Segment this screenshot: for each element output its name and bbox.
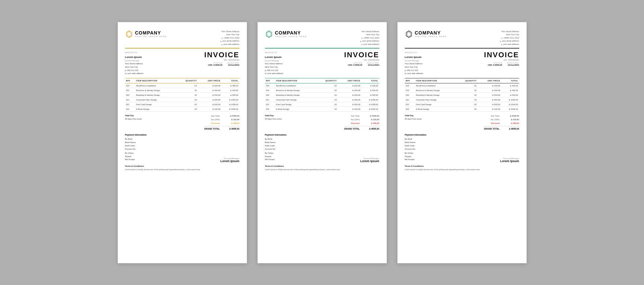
subtotal-row: Sub Total: & 4000,00 [344,114,379,118]
col-desc: ITEM DESCRIPTION [135,78,177,83]
invoice-to-city: Here Your City [125,66,144,69]
company-tagline: TAGLINE SPACE HERE [415,35,447,38]
col-total: TOTAL [221,78,239,83]
item-desc: Post Card Design [415,102,457,107]
invoice-to-block: INVOICE TO Lorem Ipsum Account Manager Y… [405,51,423,75]
invoice-to-block: INVOICE TO Lorem Ipsum Account Manager Y… [125,51,144,75]
grand-total-value: & 6655,00 [226,127,239,131]
tax-value: & 315,00 [226,118,239,122]
col-qty: QUANTITY [176,78,198,83]
addr-phone: +0000 1111 2222 [224,37,239,40]
subtotal-label: Sub Total: [351,114,360,118]
col-qty: QUANTITY [316,78,338,83]
invoice-info-row: INVOICE TO Lorem Ipsum Account Manager Y… [265,51,379,75]
invoice-date-block: Invoice Date: 12/Jun/2022 [507,62,519,66]
payment-by-online: By Online [405,152,427,155]
invoice-to-label: INVOICE TO [405,51,423,54]
tax-row: Tax (10%) & 315,00 [484,118,519,122]
table-row: 019 Brochure & Identity Design 02 & 200,… [265,88,379,93]
item-price: & 500,00 [198,102,221,107]
item-price: & 500,00 [338,102,361,107]
invoice-card: COMPANY TAGLINE SPACE HERE Your Street A… [258,22,387,263]
invoice-to-street: Your Street Address [265,62,283,66]
company-tagline: TAGLINE SPACE HERE [275,35,307,38]
company-info: COMPANY TAGLINE SPACE HERE [415,30,447,38]
addr-web: your web address [503,43,519,46]
signature-block: Account Manager Lorem Ipsum [220,157,239,163]
totals-block: Sub Total: & 4000,00 Tax (10%) & 315,00 … [204,114,239,131]
grand-total-row: GRAND TOTAL & 6655,00 [204,127,239,131]
addr-street: Your Street Address [360,30,379,33]
grand-total-row: GRAND TOTAL & 6655,00 [344,127,379,131]
web-icon: ● [501,43,502,46]
invoice-title: INVOICE [204,51,239,59]
valid-block: Valid Day 30 days from issue [265,114,282,131]
payment-label: Payment Information [125,133,147,137]
invoice-to-web: w: your web address [405,72,423,75]
addr-email: your gmail address [222,40,239,43]
invoice-card: COMPANY TAGLINE SPACE HERE Your Street A… [118,22,247,263]
logo-area: COMPANY TAGLINE SPACE HERE [265,30,307,38]
logo-icon [405,30,413,38]
company-name: COMPANY [275,30,307,35]
invoice-info-row: INVOICE TO Lorem Ipsum Account Manager Y… [405,51,519,75]
item-rff: 019 [125,88,135,93]
payment-paypal: Paypal: [265,155,287,158]
item-total: & 400,00 [501,83,519,88]
item-rff: 020 [405,93,415,97]
item-rff: 023 [265,107,275,112]
item-price: & 500,00 [478,102,501,107]
payment-by-bank: By Bank [125,138,147,141]
item-qty: 02 [316,93,338,97]
addr-street: Your Street Address [220,30,239,33]
item-desc: Post Card Design [275,102,317,107]
table-row: 022 Post Card Design 02 & 500,00 & 1000,… [405,102,519,107]
invoice-dates: Total Due USD: $ 6655,00 Invoice Date: 1… [344,62,379,66]
item-desc: WordPress Installation [135,83,177,88]
invoice-header: COMPANY TAGLINE SPACE HERE Your Street A… [265,30,379,46]
svg-marker-5 [407,32,411,37]
discount-row: Discount & 266,00 [484,122,519,125]
terms-text: Lorem ipsum is simply dummy text of the … [125,168,239,171]
subtotal-value: & 4000,00 [226,114,239,118]
invoice-date-block: Invoice Date: 12/Jun/2022 [367,62,379,66]
invoice-to-block: INVOICE TO Lorem Ipsum Account Manager Y… [265,51,283,75]
item-rff: 023 [405,107,415,112]
address-block: Your Street Address Here Your City ● +00… [360,30,379,46]
invoice-title-block: INVOICE NO: #000000000 Total Due USD: $ … [484,51,519,66]
item-desc: Post Card Design [135,102,177,107]
item-total: & 400,00 [361,88,379,93]
addr-web: your web address [363,43,379,46]
total-due-value: USD: $ 6655,00 [348,64,362,66]
item-price: & 200,00 [338,83,361,88]
item-qty: 03 [176,97,198,102]
col-rff: RFF [265,78,275,83]
invoice-to-role: Account Manager [125,59,144,62]
col-rff: RFF [125,78,135,83]
item-total: & 500,00 [221,93,239,97]
invoice-table: RFF ITEM DESCRIPTION QUANTITY UNIT PRICE… [265,78,379,112]
logo-icon [125,30,133,38]
addr-web-line: ● your web address [360,43,379,46]
signature-block: Account Manager Lorem Ipsum [360,157,379,163]
col-qty: QUANTITY [456,78,478,83]
payment-block: Payment Information By Bank Bank Name: S… [265,133,287,161]
item-desc: Corporate Flyer Design [275,97,317,102]
item-rff: 022 [265,102,275,107]
item-qty: 02 [456,102,478,107]
table-row: 020 Branding & Identity Design 02 & 250,… [125,93,239,97]
invoice-title-block: INVOICE NO: #000000000 Total Due USD: $ … [344,51,379,66]
total-due-value: USD: $ 6655,00 [488,64,502,66]
item-desc: Corporate Flyer Design [135,97,177,102]
table-row: 023 E-Book Design 04 & 100,00 & 4000,00 [405,107,519,112]
svg-marker-3 [267,32,271,37]
total-due-block: Total Due USD: $ 6655,00 [488,62,502,66]
item-desc: Branding & Identity Design [415,93,457,97]
item-total: & 1050,00 [501,97,519,102]
payment-paypal: Paypal: [405,155,427,158]
item-total: & 1000,00 [501,102,519,107]
payment-paypal: Paypal: [125,155,147,158]
subtotal-value: & 4000,00 [366,114,379,118]
table-row: 021 Corporate Flyer Design 03 & 350,00 &… [125,97,239,102]
invoice-bottom-row: Payment Information By Bank Bank Name: S… [265,133,379,163]
